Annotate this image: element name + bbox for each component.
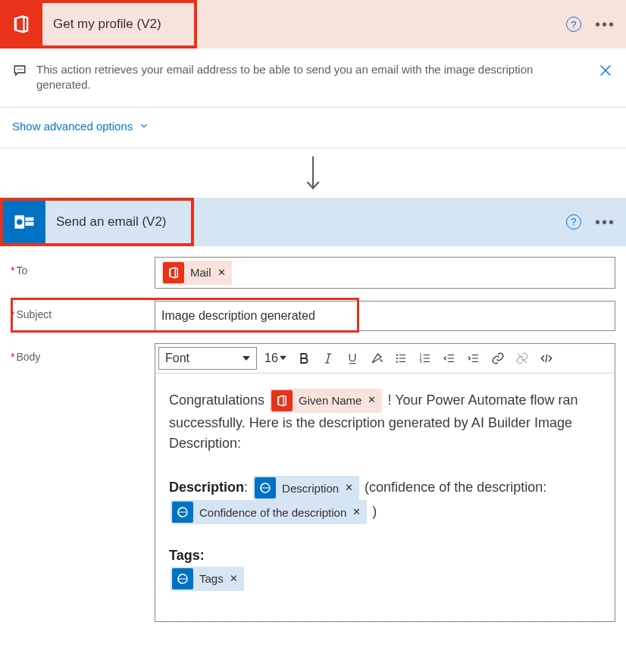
svg-rect-4 <box>25 217 33 220</box>
svg-rect-5 <box>25 222 33 226</box>
link-button[interactable] <box>487 347 509 370</box>
svg-point-2 <box>21 69 23 70</box>
office-icon <box>271 390 293 411</box>
token-label: Given Name <box>299 392 362 409</box>
send-email-form: *To Mail ✕ *Subject Image description ge… <box>0 246 626 622</box>
subject-value: Image description generated <box>161 309 609 323</box>
rich-text-editor: Font 16 123 <box>155 343 615 622</box>
font-size-select[interactable]: 16 <box>261 347 290 370</box>
more-menu-icon[interactable]: ••• <box>595 218 615 226</box>
to-label: *To <box>11 257 155 277</box>
outdent-button[interactable] <box>438 347 461 370</box>
more-menu-icon[interactable]: ••• <box>595 20 615 28</box>
help-icon[interactable]: ? <box>566 17 581 32</box>
advanced-options-label: Show advanced options <box>12 120 133 133</box>
body-label: *Body <box>11 343 155 363</box>
svg-point-8 <box>396 357 397 358</box>
to-field-row: *To Mail ✕ <box>11 257 615 289</box>
close-icon[interactable] <box>597 62 614 79</box>
token-mail[interactable]: Mail ✕ <box>161 261 232 285</box>
svg-point-0 <box>17 69 18 70</box>
chevron-down-icon <box>139 120 149 131</box>
font-select[interactable]: Font <box>158 347 257 370</box>
svg-text:3: 3 <box>419 359 421 364</box>
ai-builder-icon <box>255 477 276 499</box>
comment-icon <box>12 64 27 77</box>
italic-button[interactable] <box>317 347 340 370</box>
rte-toolbar: Font 16 123 <box>155 344 615 374</box>
ai-builder-icon <box>172 568 193 589</box>
send-email-title: Send an email (V2) <box>45 214 167 230</box>
subject-input[interactable]: Image description generated <box>155 301 615 331</box>
office-icon <box>163 262 184 283</box>
ai-builder-icon <box>172 502 193 523</box>
email-body-content[interactable]: Congratulations Given Name ✕ ! Your Powe… <box>155 374 615 621</box>
svg-point-9 <box>396 361 397 362</box>
token-label: Description <box>282 480 339 497</box>
subject-field-row: *Subject Image description generated <box>11 301 615 331</box>
font-color-button[interactable] <box>365 347 388 370</box>
get-profile-title: Get my profile (V2) <box>42 17 161 32</box>
body-field-row: *Body Font 16 123 <box>11 343 615 622</box>
remove-token-icon[interactable]: ✕ <box>218 267 226 278</box>
send-email-action-card: Send an email (V2) ? ••• <box>0 198 626 246</box>
get-profile-header[interactable]: Get my profile (V2) ? ••• <box>0 0 626 48</box>
send-email-header[interactable]: Send an email (V2) ? ••• <box>0 198 626 246</box>
token-given-name[interactable]: Given Name ✕ <box>270 389 382 413</box>
token-label: Confidence of the description <box>199 504 346 521</box>
remove-token-icon[interactable]: ✕ <box>230 571 238 586</box>
remove-token-icon[interactable]: ✕ <box>345 480 353 495</box>
arrow-down-icon <box>303 155 323 191</box>
numbered-list-button[interactable]: 123 <box>414 347 437 370</box>
token-description[interactable]: Description ✕ <box>253 476 359 500</box>
token-label: Mail <box>190 266 211 279</box>
token-label: Tags <box>199 570 224 587</box>
advanced-options-row: Show advanced options <box>0 108 626 148</box>
token-tags[interactable]: Tags ✕ <box>171 567 244 591</box>
indent-button[interactable] <box>462 347 485 370</box>
remove-token-icon[interactable]: ✕ <box>352 505 361 520</box>
outlook-icon <box>3 201 45 243</box>
bullet-list-button[interactable] <box>390 347 412 370</box>
flow-connector <box>0 148 626 198</box>
get-profile-action-card: Get my profile (V2) ? ••• <box>0 0 626 48</box>
help-icon[interactable]: ? <box>566 214 581 230</box>
remove-token-icon[interactable]: ✕ <box>368 392 376 408</box>
office-icon <box>0 3 42 45</box>
svg-point-6 <box>17 219 23 225</box>
svg-point-7 <box>396 354 397 355</box>
get-profile-description-row: This action retrieves your email address… <box>0 48 626 108</box>
bold-button[interactable] <box>293 347 315 370</box>
subject-label: *Subject <box>11 301 155 320</box>
show-advanced-options-link[interactable]: Show advanced options <box>12 120 149 133</box>
underline-button[interactable] <box>341 347 364 370</box>
svg-point-1 <box>19 69 20 70</box>
action-description-text: This action retrieves your email address… <box>36 62 579 93</box>
code-view-button[interactable] <box>535 347 558 370</box>
token-confidence[interactable]: Confidence of the description ✕ <box>171 500 367 524</box>
to-input[interactable]: Mail ✕ <box>155 257 615 289</box>
unlink-button <box>511 347 534 370</box>
tags-heading: Tags: <box>169 548 205 563</box>
